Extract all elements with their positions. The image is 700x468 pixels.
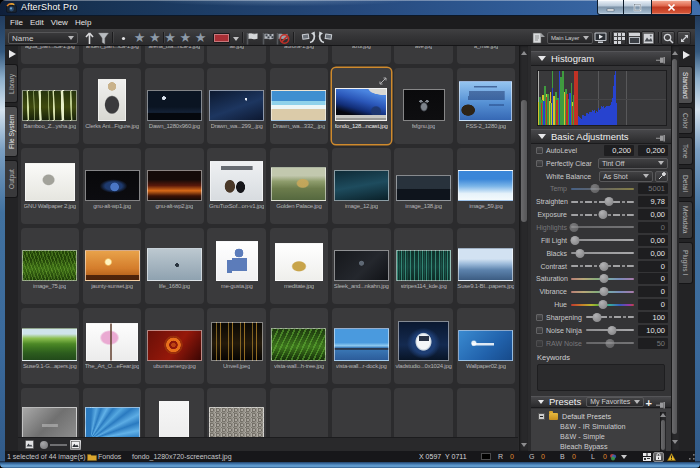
thumbnail-image[interactable]	[458, 248, 513, 281]
grid-cell[interactable]: gnu-alt-wp1.jpg	[83, 148, 142, 224]
slider[interactable]	[571, 223, 634, 232]
grid-cell[interactable]: arena_bla...nca-1.jpg	[145, 46, 204, 64]
collapse-folder-icon[interactable]	[538, 413, 545, 420]
filmstrip-icon[interactable]	[627, 31, 641, 45]
thumbnail-image[interactable]	[271, 90, 326, 121]
grid-cell[interactable]: GNU Wallpaper 2.jpg	[21, 148, 80, 224]
flag-pick-icon[interactable]	[246, 31, 259, 45]
right-tab-color[interactable]: Color	[679, 107, 693, 134]
rotate-left-icon[interactable]	[300, 30, 316, 45]
right-tab-detail[interactable]: Detail	[679, 168, 693, 198]
grid-cell[interactable]: image_12.jpg	[332, 148, 391, 224]
right-tab-metadata[interactable]: Metadata	[679, 201, 693, 239]
adjustment-value[interactable]: 50	[638, 338, 668, 349]
grid-cell[interactable]: life_1680.jpg	[145, 228, 204, 304]
presets-scrollbar[interactable]	[660, 412, 666, 452]
thumbnail-grid-icon[interactable]	[612, 31, 626, 45]
slider-knob[interactable]	[604, 197, 613, 206]
slider[interactable]	[571, 184, 634, 193]
thumbnail-image[interactable]	[458, 330, 513, 361]
minimize-button[interactable]	[597, 0, 624, 15]
thumbnail-image[interactable]	[275, 243, 323, 281]
copy-settings-icon[interactable]	[531, 31, 547, 45]
thumbnail-image[interactable]	[403, 89, 445, 121]
thumbnail-image[interactable]	[398, 321, 449, 361]
left-tab-file-system[interactable]: File System	[5, 106, 18, 157]
color-label-swatch[interactable]	[213, 33, 230, 43]
thumbnail-image[interactable]	[458, 170, 513, 201]
grid-cell[interactable]: a_mar.jpg	[457, 46, 516, 64]
fullscreen-icon[interactable]	[677, 31, 691, 45]
grid-cell[interactable]: Bamboo_Z...ysha.jpg	[21, 68, 80, 144]
thumbnail-image[interactable]	[22, 250, 77, 281]
thumbnail-image[interactable]	[396, 175, 451, 201]
star-icon[interactable]: ★	[163, 31, 177, 45]
presets-favorites-dropdown[interactable]: My Favorites	[586, 397, 644, 407]
slider-knob[interactable]	[570, 223, 579, 232]
grid-cell[interactable]: Sleek_and...nkahn.jpg	[332, 228, 391, 304]
keywords-input[interactable]	[537, 364, 665, 391]
grid-cell[interactable]: Unveil.jpeg	[207, 308, 266, 384]
grid-cell[interactable]: Drawn_wa...299_.jpg	[207, 68, 266, 144]
slider-knob[interactable]	[599, 274, 608, 283]
slider[interactable]	[586, 339, 634, 348]
basic-adjustments-section-header[interactable]: Basic Adjustments	[531, 129, 671, 144]
scroll-down-icon[interactable]	[521, 443, 527, 447]
grid-cell[interactable]: Suse9.1-G...apers.jpg	[21, 308, 80, 384]
thumbnail-image[interactable]	[22, 90, 77, 121]
scroll-up-icon[interactable]	[660, 413, 666, 417]
slider-knob[interactable]	[570, 236, 579, 245]
grid-scrollbar-thumb[interactable]	[521, 100, 527, 222]
thumbnail-image[interactable]	[98, 79, 126, 121]
preset-item[interactable]: Bleach Bypass	[531, 442, 671, 452]
slider[interactable]	[571, 300, 634, 309]
thumbnail-image[interactable]	[25, 163, 75, 201]
thumbnail-image[interactable]	[335, 88, 387, 121]
adjustment-value[interactable]: 0	[638, 299, 668, 310]
thumbnail-image[interactable]	[209, 407, 264, 441]
grid-cell[interactable]: The_Art_O...eFear.jpg	[83, 308, 142, 384]
slider-knob[interactable]	[576, 249, 585, 258]
slider-knob[interactable]	[608, 326, 617, 335]
flag-image-icon[interactable]	[261, 31, 275, 45]
grid-cell[interactable]: me-gusta.jpg	[207, 228, 266, 304]
thumbnail-image[interactable]	[86, 323, 138, 361]
thumbnail-image[interactable]	[271, 328, 326, 361]
slider-knob[interactable]	[599, 287, 608, 296]
checkbox[interactable]	[536, 327, 543, 334]
adjustment-value[interactable]: 0,00	[638, 248, 668, 259]
left-tab-output[interactable]: Output	[5, 160, 18, 198]
star-icon[interactable]: ★	[148, 31, 162, 45]
chevron-down-icon[interactable]	[621, 455, 627, 459]
star-icon[interactable]: ★	[194, 31, 208, 45]
thumbnail-image[interactable]	[334, 170, 389, 201]
slider[interactable]	[571, 210, 634, 219]
current-folder[interactable]: Fondos	[98, 453, 121, 460]
thumbnail-size-slider-knob[interactable]	[40, 441, 48, 449]
white-balance-eyedropper[interactable]	[655, 171, 668, 182]
menu-file[interactable]: File	[10, 18, 23, 27]
thumbnail-image[interactable]	[85, 407, 140, 441]
grid-cell[interactable]: Golden Palace.jpg	[270, 148, 329, 224]
layer-dropdown[interactable]: Main Layer	[547, 32, 593, 44]
grid-cell[interactable]: fsfgnu.jpg	[394, 68, 453, 144]
reject-icon[interactable]	[276, 31, 290, 45]
pin-icon[interactable]	[656, 134, 666, 142]
grid-cell[interactable]: image_138.jpg	[394, 148, 453, 224]
slider-knob[interactable]	[599, 300, 608, 309]
presets-section-header[interactable]: Presets My Favorites +	[531, 396, 671, 408]
collapse-right-panel-icon[interactable]	[683, 51, 690, 59]
pin-icon[interactable]	[656, 401, 666, 409]
filter-funnel-icon[interactable]	[97, 31, 109, 45]
thumbnail-size-slider-track[interactable]	[50, 444, 67, 446]
grid-cell[interactable]: agua_pan...ica-1.jpg	[21, 46, 80, 64]
grid-cell[interactable]: Dawn_1280x960.jpg	[145, 68, 204, 144]
grid-cell[interactable]: image_59.jpg	[457, 148, 516, 224]
thumbnail-image[interactable]	[85, 170, 140, 201]
slider-knob[interactable]	[590, 184, 599, 193]
slider[interactable]	[571, 287, 634, 296]
pin-icon[interactable]	[656, 56, 666, 64]
grid-cell[interactable]: ave.jpg	[394, 46, 453, 64]
slider[interactable]	[571, 236, 634, 245]
right-tab-standard[interactable]: Standard	[679, 66, 693, 104]
